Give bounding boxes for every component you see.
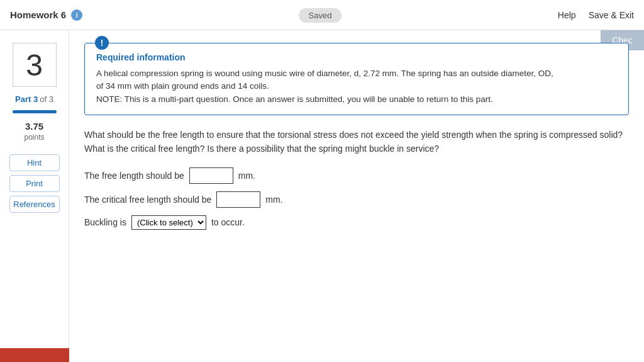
points-value: 3.75 — [25, 121, 43, 132]
free-length-row: The free length should be mm. — [84, 167, 629, 184]
progress-bar-container — [13, 110, 57, 113]
buckling-select[interactable]: (Click to select) likely unlikely — [131, 215, 206, 230]
header-left: Homework 6 i — [10, 9, 82, 21]
required-text-line3: NOTE: This is a multi-part question. Onc… — [96, 94, 493, 104]
print-button[interactable]: Print — [9, 175, 60, 192]
required-info-text: A helical compression spring is wound us… — [96, 67, 617, 106]
references-button[interactable]: References — [9, 196, 60, 213]
critical-length-label: The critical free length should be — [84, 195, 211, 205]
question-text: What should be the free length to ensure… — [84, 128, 629, 156]
part-label: Part 3 — [15, 94, 38, 104]
required-info-box: ! Required information A helical compres… — [84, 43, 629, 115]
main-container: 3 Part 3 of 3 3.75 points Hint Print Ref… — [0, 30, 644, 362]
header-right: Help Save & Exit — [558, 10, 634, 20]
critical-length-unit: mm. — [265, 195, 282, 205]
exclamation-icon: ! — [95, 36, 109, 50]
sidebar: 3 Part 3 of 3 3.75 points Hint Print Ref… — [0, 30, 69, 362]
required-text-line2: of 34 mm with plain ground ends and 14 c… — [96, 81, 269, 91]
header: Homework 6 i Saved Help Save & Exit — [0, 0, 644, 30]
critical-length-row: The critical free length should be mm. — [84, 191, 629, 208]
progress-bar-fill — [13, 110, 57, 113]
critical-length-input[interactable] — [216, 191, 260, 208]
buckling-row: Buckling is (Click to select) likely unl… — [84, 215, 629, 230]
part-of-label: of 3 — [40, 94, 53, 104]
free-length-input[interactable] — [189, 167, 233, 184]
points-label: points — [24, 133, 44, 142]
bottom-bar — [0, 348, 69, 362]
required-text-line1: A helical compression spring is wound us… — [96, 69, 553, 78]
free-length-unit: mm. — [238, 171, 255, 181]
content-area: Chec ! Required information A helical co… — [69, 30, 644, 362]
info-icon[interactable]: i — [71, 9, 82, 21]
question-number-box: 3 — [13, 43, 57, 87]
question-number: 3 — [26, 48, 43, 82]
homework-title: Homework 6 — [10, 9, 66, 20]
save-exit-button[interactable]: Save & Exit — [589, 10, 634, 20]
saved-badge-container: Saved — [299, 10, 342, 20]
free-length-label: The free length should be — [84, 171, 184, 181]
buckling-suffix: to occur. — [211, 217, 245, 227]
required-info-title: Required information — [96, 52, 617, 62]
help-link[interactable]: Help — [558, 10, 576, 20]
buckling-label: Buckling is — [84, 217, 126, 227]
saved-badge: Saved — [299, 8, 342, 23]
hint-button[interactable]: Hint — [9, 154, 60, 171]
